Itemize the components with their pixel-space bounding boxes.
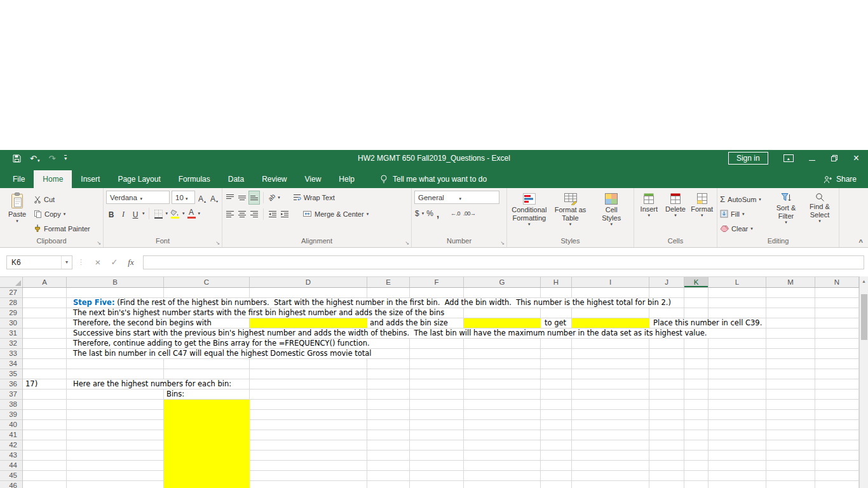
undo-button[interactable] <box>30 154 39 163</box>
underline-button[interactable]: U <box>130 208 140 219</box>
cell-A36[interactable]: 17) <box>24 379 39 389</box>
decrease-decimal-button[interactable]: .00→ <box>463 207 477 220</box>
share-button[interactable]: Share <box>824 170 868 188</box>
highlight-cell-D30[interactable] <box>250 318 367 328</box>
row-header-35[interactable]: 35 <box>0 369 22 379</box>
cell-B29[interactable]: The next bin's's highest number starts w… <box>72 308 445 318</box>
increase-decimal-button[interactable]: ←.0 <box>450 207 461 220</box>
highlight-cell-I30[interactable] <box>572 318 649 328</box>
italic-button[interactable]: I <box>118 208 128 219</box>
vertical-scrollbar[interactable] <box>859 276 868 488</box>
scrollbar-thumb[interactable] <box>861 294 867 340</box>
row-header-40[interactable]: 40 <box>0 420 22 430</box>
align-left-button[interactable] <box>225 208 235 220</box>
save-icon[interactable] <box>13 154 21 163</box>
row-header-44[interactable]: 44 <box>0 461 22 471</box>
column-header-H[interactable]: H <box>541 277 572 287</box>
clear-button[interactable]: Clear <box>720 222 768 235</box>
row-header-45[interactable]: 45 <box>0 471 22 481</box>
customize-qat-dropdown[interactable] <box>64 155 67 161</box>
column-header-B[interactable]: B <box>67 277 164 287</box>
orientation-dropdown[interactable] <box>278 196 280 200</box>
insert-cells-button[interactable]: Insert <box>637 191 661 217</box>
font-name-select[interactable]: Verdana <box>106 191 170 204</box>
delete-cells-button[interactable]: Delete <box>663 191 688 217</box>
align-middle-button[interactable] <box>237 191 247 204</box>
underline-dropdown[interactable] <box>142 212 145 215</box>
column-header-J[interactable]: J <box>649 277 684 287</box>
tab-view[interactable]: View <box>296 170 330 188</box>
number-dialog-launcher[interactable] <box>500 241 505 246</box>
column-header-M[interactable]: M <box>766 277 815 287</box>
accounting-format-dropdown[interactable] <box>422 212 424 215</box>
tab-page-layout[interactable]: Page Layout <box>109 170 169 188</box>
orientation-button[interactable] <box>268 191 276 204</box>
tab-data[interactable]: Data <box>219 170 253 188</box>
cell-C37[interactable]: Bins: <box>165 390 186 399</box>
row-header-32[interactable]: 32 <box>0 339 22 349</box>
row-header-34[interactable]: 34 <box>0 359 22 369</box>
number-format-select[interactable]: General <box>414 191 499 204</box>
font-color-button[interactable] <box>187 208 196 219</box>
column-header-D[interactable]: D <box>250 277 367 287</box>
wrap-text-button[interactable]: Wrap Text <box>293 191 335 204</box>
tab-insert[interactable]: Insert <box>72 170 109 188</box>
grid-body[interactable]: Step Five: (Find the rest of the highest… <box>0 288 859 488</box>
font-size-select[interactable]: 10 <box>172 191 195 204</box>
format-painter-button[interactable]: Format Painter <box>34 222 90 235</box>
comma-style-button[interactable] <box>436 207 440 220</box>
decrease-indent-button[interactable] <box>268 208 278 220</box>
column-header-F[interactable]: F <box>410 277 464 287</box>
redo-button[interactable] <box>48 154 55 163</box>
formula-input[interactable] <box>143 255 864 269</box>
minimize-button[interactable] <box>809 156 815 161</box>
row-header-27[interactable]: 27 <box>0 288 22 298</box>
align-center-button[interactable] <box>237 208 247 220</box>
align-bottom-button[interactable] <box>249 191 259 204</box>
row-header-33[interactable]: 33 <box>0 349 22 359</box>
copy-button[interactable]: Copy <box>34 207 90 220</box>
restore-button[interactable] <box>831 154 838 162</box>
paste-button[interactable]: Paste <box>3 191 32 223</box>
format-cells-button[interactable]: Format <box>689 191 714 217</box>
row-header-46[interactable]: 46 <box>0 481 22 488</box>
font-dialog-launcher[interactable] <box>215 241 220 246</box>
fill-button[interactable]: Fill <box>720 207 768 220</box>
insert-function-button[interactable]: fx <box>123 257 139 268</box>
tab-review[interactable]: Review <box>253 170 295 188</box>
merge-center-button[interactable]: Merge & Center <box>302 207 369 220</box>
borders-button[interactable] <box>153 207 164 220</box>
accounting-format-button[interactable] <box>414 207 420 220</box>
highlight-range-C38-C45[interactable] <box>164 400 250 488</box>
alignment-dialog-launcher[interactable] <box>405 241 409 246</box>
collapse-ribbon-button[interactable] <box>859 238 863 246</box>
row-header-38[interactable]: 38 <box>0 400 22 410</box>
cell-J30[interactable]: Place this number in cell C39. <box>652 318 763 328</box>
cell-B33[interactable]: The last bin number in cell C47 will equ… <box>72 349 373 358</box>
tab-home[interactable]: Home <box>34 170 72 188</box>
tell-me-box[interactable]: Tell me what you want to do <box>380 170 487 188</box>
cancel-button[interactable] <box>90 257 106 268</box>
tab-help[interactable]: Help <box>330 170 363 188</box>
cell-B36[interactable]: Here are the highest numbers for each bi… <box>72 379 233 389</box>
row-header-31[interactable]: 31 <box>0 329 22 339</box>
bold-button[interactable]: B <box>106 208 116 219</box>
enter-button[interactable] <box>106 257 123 267</box>
column-header-A[interactable]: A <box>23 277 67 287</box>
increase-font-size-button[interactable]: A <box>197 192 207 203</box>
select-all-corner[interactable] <box>0 277 23 287</box>
align-top-button[interactable] <box>225 191 235 204</box>
sort-filter-button[interactable]: Sort & Filter <box>770 191 802 224</box>
row-header-28[interactable]: 28 <box>0 298 22 308</box>
align-right-button[interactable] <box>249 208 259 220</box>
cell-H30[interactable]: to get <box>543 318 567 328</box>
cell-B30[interactable]: Therefore, the second bin begins with <box>72 318 213 328</box>
row-header-39[interactable]: 39 <box>0 410 22 420</box>
cell-B32[interactable]: Therefore, continue adding to get the Bi… <box>72 339 371 348</box>
cell-styles-button[interactable]: Cell Styles <box>592 191 631 226</box>
tab-formulas[interactable]: Formulas <box>170 170 219 188</box>
fill-color-dropdown[interactable] <box>182 212 185 215</box>
scroll-up-arrow-icon[interactable] <box>860 276 868 287</box>
name-box-dropdown[interactable] <box>61 256 72 269</box>
close-button[interactable] <box>853 153 859 163</box>
